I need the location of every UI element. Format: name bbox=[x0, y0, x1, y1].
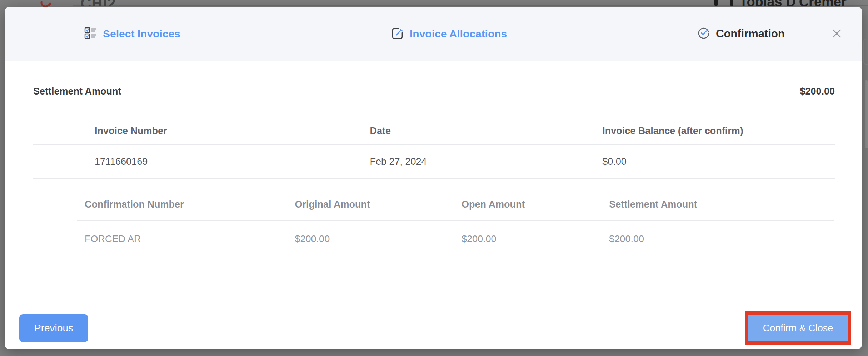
background-panel-edge bbox=[863, 39, 868, 65]
step-label: Invoice Allocations bbox=[410, 28, 507, 40]
settlement-confirmation-modal: Select Invoices Invoice Allocations Conf… bbox=[5, 7, 862, 349]
col-confirmation-number: Confirmation Number bbox=[77, 199, 295, 210]
checklist-icon bbox=[84, 27, 97, 41]
settlement-amount-value: $200.00 bbox=[800, 86, 835, 97]
wizard-steps-header: Select Invoices Invoice Allocations Conf… bbox=[5, 7, 862, 61]
settlement-amount-cell: $200.00 bbox=[609, 234, 834, 245]
col-date: Date bbox=[370, 126, 602, 137]
col-open-amount: Open Amount bbox=[462, 199, 609, 210]
table-row: 1711660169 Feb 27, 2024 $0.00 bbox=[33, 145, 835, 179]
step-label: Confirmation bbox=[716, 27, 785, 40]
col-invoice-number: Invoice Number bbox=[33, 126, 370, 137]
user-menu: Tobias D'Cremer bbox=[713, 0, 855, 6]
headset-icon bbox=[714, 0, 736, 6]
breadcrumb: CHI2 bbox=[80, 0, 173, 6]
open-amount-cell: $200.00 bbox=[462, 234, 609, 245]
annotation-highlight-box: Confirm & Close bbox=[745, 311, 851, 345]
settlement-amount-label: Settlement Amount bbox=[33, 86, 121, 97]
check-circle-icon bbox=[697, 27, 710, 41]
invoice-date-cell: Feb 27, 2024 bbox=[370, 156, 602, 167]
allocation-table-header: Confirmation Number Original Amount Open… bbox=[77, 189, 834, 221]
step-confirmation[interactable]: Confirmation bbox=[697, 7, 785, 61]
original-amount-cell: $200.00 bbox=[295, 234, 462, 245]
step-label: Select Invoices bbox=[103, 28, 180, 40]
step-invoice-allocations[interactable]: Invoice Allocations bbox=[391, 7, 507, 61]
col-original-amount: Original Amount bbox=[295, 199, 462, 210]
confirmation-number-cell: FORCED AR bbox=[77, 234, 295, 245]
col-settlement-amount: Settlement Amount bbox=[609, 199, 834, 210]
page-scrollbar[interactable] bbox=[865, 80, 868, 148]
invoice-table: Invoice Number Date Invoice Balance (aft… bbox=[33, 118, 835, 179]
edit-icon bbox=[391, 27, 404, 41]
user-name: Tobias D'Cremer bbox=[739, 0, 855, 6]
step-select-invoices[interactable]: Select Invoices bbox=[84, 7, 180, 61]
settlement-amount-row: Settlement Amount $200.00 bbox=[33, 80, 835, 102]
close-icon[interactable] bbox=[829, 26, 845, 41]
invoice-number-cell: 1711660169 bbox=[33, 156, 370, 167]
breadcrumb-text: CHI2 bbox=[80, 0, 173, 6]
invoice-table-header: Invoice Number Date Invoice Balance (aft… bbox=[33, 118, 835, 145]
col-invoice-balance: Invoice Balance (after confirm) bbox=[602, 126, 835, 137]
confirm-and-close-button[interactable]: Confirm & Close bbox=[748, 315, 848, 341]
invoice-balance-cell: $0.00 bbox=[602, 156, 835, 167]
table-row: FORCED AR $200.00 $200.00 $200.00 bbox=[77, 221, 834, 258]
allocation-table: Confirmation Number Original Amount Open… bbox=[77, 189, 834, 258]
previous-button[interactable]: Previous bbox=[19, 314, 88, 342]
